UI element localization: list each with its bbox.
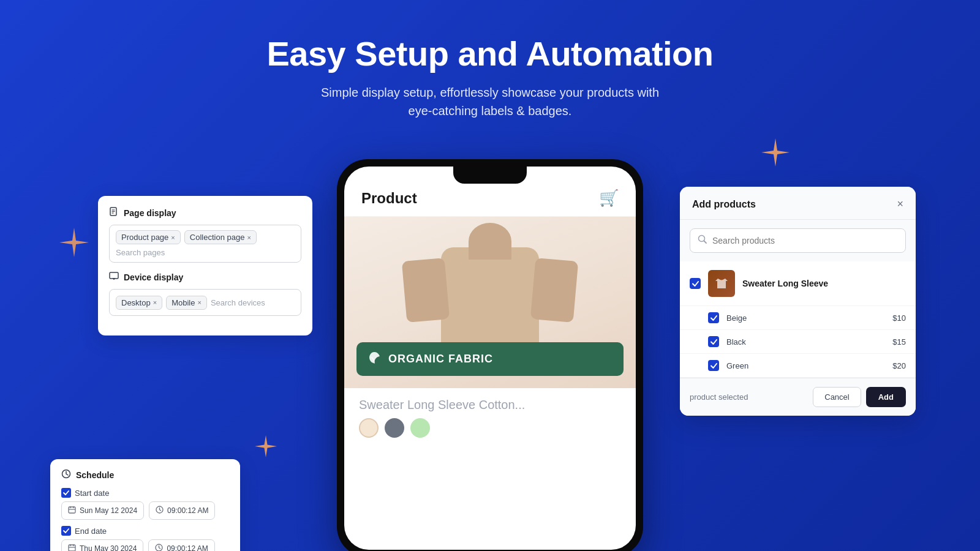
end-clock-icon	[155, 544, 163, 551]
selected-count-text: product selected	[690, 392, 748, 402]
product-thumbnail	[708, 270, 735, 297]
variant-row-green: Green $20	[680, 354, 916, 378]
schedule-title: Schedule	[61, 469, 229, 481]
variant-price-black: $15	[892, 337, 906, 347]
variant-price-beige: $10	[892, 313, 906, 323]
panel-title: Add products	[692, 199, 756, 210]
svg-rect-13	[69, 545, 75, 551]
add-products-panel: Add products ×	[680, 187, 916, 416]
product-list: Sweater Long Sleeve Beige $10	[680, 261, 916, 378]
end-time-field[interactable]: 09:00:12 AM	[148, 539, 214, 551]
monitor-icon	[109, 271, 119, 283]
clock-icon	[156, 506, 164, 515]
start-date-field[interactable]: Sun May 12 2024	[61, 501, 144, 520]
end-date-field[interactable]: Thu May 30 2024	[61, 539, 143, 551]
tag-product-page-remove[interactable]: ×	[171, 234, 175, 241]
svg-rect-8	[69, 507, 75, 513]
add-button[interactable]: Add	[866, 387, 906, 407]
variant-name-beige: Beige	[726, 313, 885, 323]
end-date-inputs: Thu May 30 2024 09:00:12 AM	[61, 539, 229, 551]
page-tags-input[interactable]: Product page × Collection page × Search …	[109, 225, 301, 263]
sweater-neck	[469, 223, 511, 260]
page-title: Easy Setup and Automation	[0, 34, 980, 73]
start-date-label: Start date	[61, 488, 229, 498]
start-time-field[interactable]: 09:00:12 AM	[149, 501, 215, 520]
variant-price-green: $20	[892, 361, 906, 370]
page-subtitle: Simple display setup, effortlessly showc…	[0, 83, 980, 120]
page-display-card: Page display Product page × Collection p…	[98, 196, 312, 335]
swatch-gray[interactable]	[385, 418, 404, 438]
variant-checkbox-green[interactable]	[708, 360, 719, 371]
variant-name-green: Green	[726, 361, 885, 370]
calendar-icon	[68, 506, 76, 515]
device-display-section: Device display Desktop × Mobile × Search…	[109, 271, 301, 316]
start-date-checkbox[interactable]	[61, 488, 71, 498]
page-header: Easy Setup and Automation Simple display…	[0, 0, 980, 138]
panel-header: Add products ×	[680, 187, 916, 220]
organic-fabric-badge: ORGANIC FABRIC	[356, 342, 624, 376]
tag-desktop[interactable]: Desktop ×	[116, 296, 162, 310]
end-date-checkbox[interactable]	[61, 526, 71, 536]
device-display-title: Device display	[109, 271, 301, 283]
svg-line-19	[704, 241, 707, 244]
tag-mobile-remove[interactable]: ×	[197, 299, 201, 306]
cart-icon: 🛒	[599, 189, 619, 208]
phone-notch	[453, 167, 527, 184]
cancel-button[interactable]: Cancel	[813, 387, 861, 407]
tag-collection-page-remove[interactable]: ×	[247, 234, 251, 241]
tag-collection-page[interactable]: Collection page ×	[184, 230, 257, 244]
phone-mockup: Product 🛒	[337, 159, 643, 551]
search-icon	[698, 234, 707, 247]
phone-product-image: ORGANIC FABRIC	[344, 217, 636, 388]
sparkle-icon-right	[761, 138, 790, 167]
page-icon	[109, 207, 119, 219]
phone-color-swatches	[344, 418, 636, 438]
product-parent-checkbox[interactable]	[690, 278, 701, 289]
variant-row-black: Black $15	[680, 330, 916, 354]
device-tags-input[interactable]: Desktop × Mobile × Search devices	[109, 289, 301, 316]
product-search-input[interactable]	[712, 236, 898, 246]
swatch-beige[interactable]	[359, 418, 379, 438]
page-display-title: Page display	[109, 207, 301, 219]
variant-name-black: Black	[726, 337, 885, 347]
badge-icon	[368, 351, 381, 367]
variant-checkbox-black[interactable]	[708, 336, 719, 347]
product-parent-row: Sweater Long Sleeve	[680, 261, 916, 306]
start-date-row: Start date Sun May 12 2024	[61, 488, 229, 520]
page-search-placeholder: Search pages	[116, 248, 165, 257]
variant-row-beige: Beige $10	[680, 306, 916, 330]
tag-product-page[interactable]: Product page ×	[116, 230, 181, 244]
product-name: Sweater Long Sleeve	[742, 279, 906, 288]
tag-desktop-remove[interactable]: ×	[153, 299, 157, 306]
schedule-icon	[61, 469, 71, 481]
end-date-label: End date	[61, 526, 229, 536]
sweater-sleeve-right	[530, 258, 578, 323]
schedule-card: Schedule Start date	[50, 459, 240, 551]
phone-screen: Product 🛒	[344, 167, 636, 550]
content-area: Page display Product page × Collection p…	[0, 165, 980, 551]
panel-close-button[interactable]: ×	[897, 198, 903, 211]
swatch-green[interactable]	[410, 418, 430, 438]
start-date-inputs: Sun May 12 2024 09:00:12 AM	[61, 501, 229, 520]
end-calendar-icon	[68, 544, 76, 551]
phone-product-title: Product	[361, 190, 417, 207]
tag-mobile[interactable]: Mobile ×	[166, 296, 207, 310]
badge-text: ORGANIC FABRIC	[388, 353, 493, 365]
sweater-sleeve-left	[402, 258, 450, 323]
svg-rect-4	[110, 272, 118, 279]
panel-footer: product selected Cancel Add	[680, 378, 916, 416]
phone-product-name: Sweater Long Sleeve Cotton...	[344, 388, 636, 418]
thumb-sweater-img	[708, 270, 735, 297]
variant-checkbox-beige[interactable]	[708, 312, 719, 323]
end-date-row: End date Thu May 30 2024	[61, 526, 229, 551]
footer-buttons: Cancel Add	[813, 387, 906, 407]
device-search-placeholder: Search devices	[211, 298, 265, 307]
product-search-box[interactable]	[690, 228, 906, 253]
